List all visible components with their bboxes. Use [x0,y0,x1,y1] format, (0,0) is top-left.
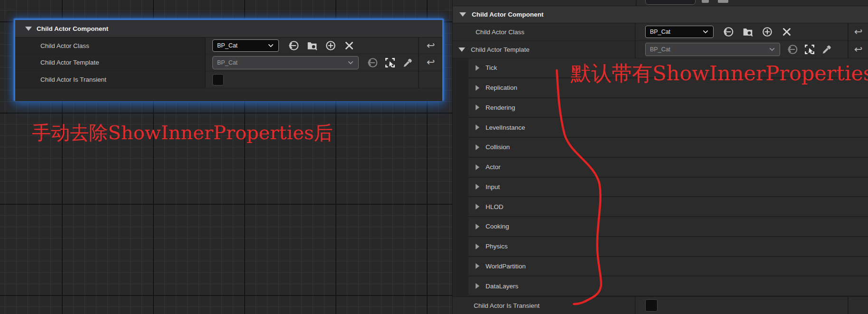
property-row-child-actor-template: Child Actor Template BP_Cat [15,54,442,71]
category-label: Input [486,183,500,190]
use-selected-icon[interactable] [787,44,798,55]
category-row[interactable]: WorldPartition [468,257,868,277]
left-details-panel: Child Actor Component Child Actor Class … [14,19,443,100]
reset-cell: ↩ [418,54,442,71]
annotation-left: 手动去除ShowInnerProperties后 [32,120,333,146]
use-selected-icon[interactable] [288,40,299,51]
child-actor-class-dropdown[interactable]: BP_Cat [212,39,279,52]
category-row[interactable]: Actor [468,158,868,178]
reset-cell: ↩ [848,23,868,40]
expand-arrow-icon[interactable] [476,244,479,249]
expand-arrow-icon[interactable] [476,105,479,110]
chevron-down-icon [267,42,274,49]
reset-cell: ↩ [418,38,442,54]
category-title: Child Actor Component [472,11,544,18]
child-actor-template-dropdown[interactable]: BP_Cat [645,43,780,56]
transient-checkbox[interactable] [212,74,224,86]
expand-arrow-icon[interactable] [476,224,479,229]
collapse-arrow-icon[interactable] [459,12,466,17]
property-row-child-actor-class: Child Actor Class BP_Cat [15,38,442,54]
category-row[interactable]: Rendering [468,98,868,118]
property-row-child-actor-is-transient: Child Actor Is Transient [453,296,868,314]
property-row-child-actor-class: Child Actor Class BP_Cat [453,23,868,41]
category-row[interactable]: Cooking [468,217,868,237]
expand-arrow-icon[interactable] [476,65,479,71]
category-label: Cooking [486,223,509,230]
chevron-down-icon [769,46,775,53]
column-divider [636,0,637,6]
category-label: Actor [486,163,501,171]
pick-object-icon[interactable] [804,44,815,55]
category-label: WorldPartition [486,263,526,270]
property-label: Child Actor Class [476,29,525,36]
clipped-icon [718,0,728,3]
property-name-cell: Child Actor Class [453,23,636,40]
category-row[interactable]: LevelInstance [468,118,868,138]
property-value-cell: BP_Cat [636,41,848,58]
reset-to-default-icon[interactable]: ↩ [854,27,863,37]
category-list: Tick Replication Rendering LevelInstance… [453,58,868,296]
reset-cell [848,297,868,314]
use-selected-icon[interactable] [367,57,378,68]
category-label: LevelInstance [486,124,525,131]
collapse-arrow-icon[interactable] [458,48,465,52]
category-row[interactable]: HLOD [468,197,868,217]
reset-cell [418,71,442,88]
unreal-editor-screenshot: Child Actor Component Child Actor Class … [0,0,868,314]
expand-arrow-icon[interactable] [476,263,479,269]
clear-icon[interactable] [343,40,355,51]
pick-object-icon[interactable] [384,57,396,68]
dropdown-value: BP_Cat [217,59,238,66]
category-row[interactable]: DataLayers [468,276,868,296]
property-value-cell [206,71,418,88]
property-name-cell: Child Actor Template [15,54,206,71]
reset-to-default-icon[interactable]: ↩ [427,57,435,67]
property-label: Child Actor Class [40,42,89,49]
use-selected-icon[interactable] [723,26,734,38]
expand-arrow-icon[interactable] [476,204,479,209]
add-new-asset-icon[interactable] [762,26,773,38]
child-actor-template-dropdown[interactable]: BP_Cat [212,56,359,69]
property-value-cell: BP_Cat [206,38,418,54]
property-name-cell: Child Actor Is Transient [15,71,206,88]
browse-to-asset-icon[interactable] [742,26,754,38]
category-label: DataLayers [486,283,518,290]
add-new-asset-icon[interactable] [325,40,336,51]
child-actor-class-dropdown[interactable]: BP_Cat [645,26,714,38]
expand-arrow-icon[interactable] [476,164,479,170]
expand-arrow-icon[interactable] [476,124,479,130]
property-label: Child Actor Is Transient [474,302,540,309]
dropdown-value: BP_Cat [650,46,670,53]
browse-to-asset-icon[interactable] [306,40,318,51]
property-name-cell: Child Actor Template [453,41,636,58]
clipped-icon [702,0,709,3]
category-row[interactable]: Physics [468,237,868,257]
reset-cell: ↩ [848,41,868,58]
property-label: Child Actor Template [471,46,530,53]
eyedropper-icon[interactable] [821,44,832,55]
expand-arrow-icon[interactable] [476,184,479,190]
property-value-cell [636,297,848,314]
left-category-header[interactable]: Child Actor Component [15,20,442,38]
category-row[interactable]: Input [468,178,868,198]
annotation-right: 默认带有ShowInnerProperties [571,60,868,87]
eyedropper-icon[interactable] [402,57,413,68]
category-label: Rendering [486,104,515,111]
expand-arrow-icon[interactable] [476,85,479,91]
category-label: Replication [486,84,517,91]
clear-icon[interactable] [781,26,792,38]
chevron-down-icon [347,59,354,66]
chevron-down-icon [702,29,709,35]
expand-arrow-icon[interactable] [476,144,479,150]
panel-bottom-padding [15,88,442,101]
right-category-header[interactable]: Child Actor Component [453,6,868,23]
transient-checkbox[interactable] [645,299,658,312]
category-row[interactable]: Collision [468,138,868,158]
collapse-arrow-icon[interactable] [25,27,32,31]
category-label: HLOD [486,203,504,210]
category-label: Tick [486,64,497,71]
clipped-input-field[interactable] [645,0,696,5]
expand-arrow-icon[interactable] [476,283,479,289]
reset-to-default-icon[interactable]: ↩ [854,45,863,55]
reset-to-default-icon[interactable]: ↩ [427,41,435,51]
